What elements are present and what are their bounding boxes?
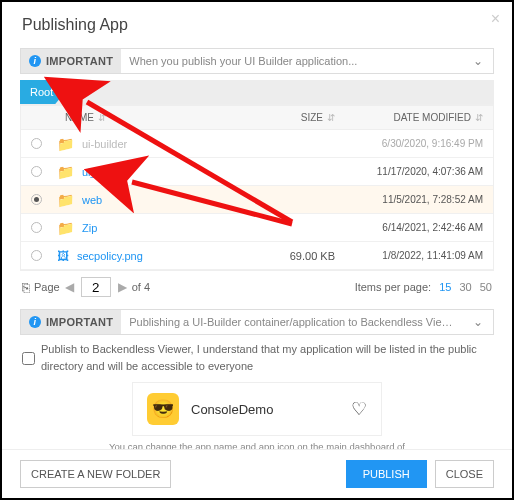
col-name[interactable]: NAME⇵ [51,106,253,129]
pager: ⎘ Page ◀ ▶ of 4 Items per page: 15 30 50 [20,273,494,301]
breadcrumb-root[interactable]: Root [20,80,65,104]
breadcrumb-bar: Root [20,80,494,104]
row-radio[interactable] [21,166,51,177]
row-radio[interactable] [21,222,51,233]
create-folder-button[interactable]: CREATE A NEW FOLDER [20,460,171,488]
sort-icon: ⇵ [327,112,335,123]
row-name[interactable]: Zip [82,222,97,234]
alert-text: Publishing a UI-Builder container/applic… [121,316,463,328]
grid-header: NAME⇵ SIZE⇵ DATE MODIFIED⇵ [21,105,493,130]
file-grid: NAME⇵ SIZE⇵ DATE MODIFIED⇵ 📁ui-builder 6… [20,104,494,271]
alert-top[interactable]: i IMPORTANT When you publish your UI Bui… [20,48,494,74]
pager-of: of 4 [132,281,150,293]
publish-checkbox[interactable] [22,343,35,374]
folder-icon: 📁 [57,164,74,180]
file-icon: 🖼 [57,249,69,263]
alert-mid[interactable]: i IMPORTANT Publishing a UI-Builder cont… [20,309,494,335]
footer: CREATE A NEW FOLDER PUBLISH CLOSE [2,449,512,498]
close-icon[interactable]: × [491,10,500,28]
row-radio[interactable] [21,138,51,149]
sort-icon: ⇵ [475,112,483,123]
pager-label: Page [34,281,60,293]
alert-badge: i IMPORTANT [21,310,121,334]
app-icon: 😎 [147,393,179,425]
close-button[interactable]: CLOSE [435,460,494,488]
row-radio[interactable] [21,194,51,205]
col-size[interactable]: SIZE⇵ [253,106,343,129]
alert-badge-text: IMPORTANT [46,55,113,67]
col-date[interactable]: DATE MODIFIED⇵ [343,106,493,129]
ipp-50[interactable]: 50 [480,281,492,293]
alert-badge-text: IMPORTANT [46,316,113,328]
folder-icon: 📁 [57,136,74,152]
row-date: 6/14/2021, 2:42:46 AM [343,222,493,233]
info-icon: i [29,316,41,328]
pager-icon: ⎘ [22,280,30,295]
info-icon: i [29,55,41,67]
favorite-icon[interactable]: ♡ [351,398,367,420]
alert-badge: i IMPORTANT [21,49,121,73]
folder-icon: 📁 [57,220,74,236]
row-name[interactable]: ui_folder [82,166,124,178]
folder-icon: 📁 [57,192,74,208]
ipp-30[interactable]: 30 [459,281,471,293]
pager-prev[interactable]: ◀ [60,280,79,294]
row-name[interactable]: ui-builder [82,138,127,150]
row-date: 11/5/2021, 7:28:52 AM [343,194,493,205]
alert-text: When you publish your UI Builder applica… [121,55,463,67]
modal-title: Publishing App [2,2,512,44]
table-row[interactable]: 📁ui_folder 11/17/2020, 4:07:36 AM [21,158,493,186]
app-card: 😎 ConsoleDemo ♡ [132,382,382,436]
row-date: 1/8/2022, 11:41:09 AM [343,250,493,261]
row-date: 11/17/2020, 4:07:36 AM [343,166,493,177]
table-row[interactable]: 📁Zip 6/14/2021, 2:42:46 AM [21,214,493,242]
app-name: ConsoleDemo [191,402,339,417]
pager-next[interactable]: ▶ [113,280,132,294]
table-row[interactable]: 📁ui-builder 6/30/2020, 9:16:49 PM [21,130,493,158]
row-radio[interactable] [21,250,51,261]
publish-consent[interactable]: Publish to Backendless Viewer, I underst… [22,341,492,374]
row-name[interactable]: secpolicy.png [77,250,143,262]
row-name[interactable]: web [82,194,102,206]
publish-consent-text: Publish to Backendless Viewer, I underst… [41,341,492,374]
row-size: 69.00 KB [253,250,343,262]
ipp-15[interactable]: 15 [439,281,451,293]
chevron-down-icon[interactable]: ⌄ [463,315,493,329]
publish-button[interactable]: PUBLISH [346,460,427,488]
pager-input[interactable] [81,277,111,297]
table-row[interactable]: 📁web 11/5/2021, 7:28:52 AM [21,186,493,214]
chevron-down-icon[interactable]: ⌄ [463,54,493,68]
items-per-page: Items per page: 15 30 50 [355,281,492,293]
sort-icon: ⇵ [98,112,106,123]
row-date: 6/30/2020, 9:16:49 PM [343,138,493,149]
table-row[interactable]: 🖼secpolicy.png 69.00 KB 1/8/2022, 11:41:… [21,242,493,270]
